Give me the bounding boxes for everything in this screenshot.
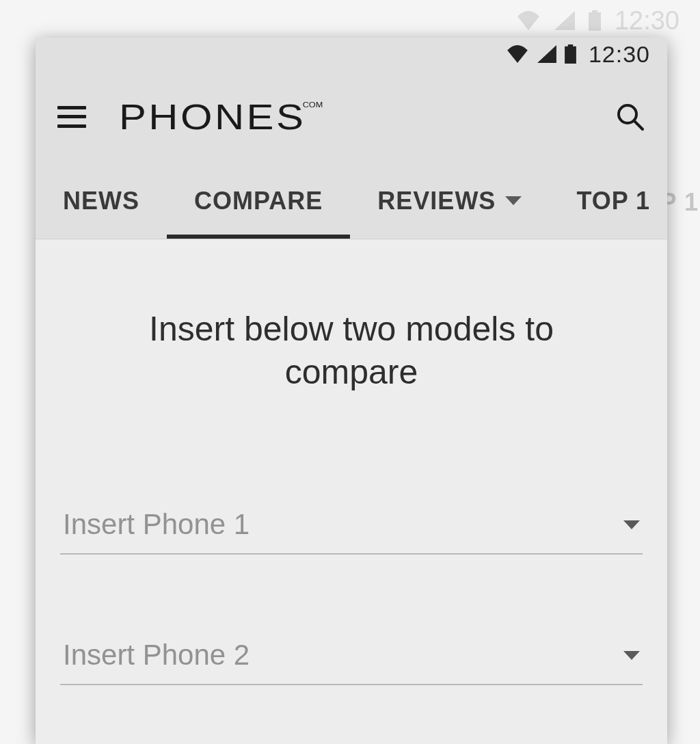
chevron-down-icon <box>505 196 522 205</box>
wifi-icon <box>506 45 529 63</box>
battery-icon-ghost <box>589 10 601 31</box>
compare-heading: Insert below two models to compare <box>60 308 643 393</box>
battery-icon <box>565 44 576 64</box>
ghost-background: 12:30 <box>0 0 700 41</box>
status-bar: 12:30 <box>36 38 667 70</box>
phone-2-select[interactable]: Insert Phone 2 <box>60 626 643 685</box>
svg-rect-0 <box>589 12 601 31</box>
chevron-down-icon <box>623 651 640 660</box>
tab-label: NEWS <box>63 187 139 215</box>
phone-2-placeholder: Insert Phone 2 <box>63 639 250 672</box>
chevron-down-icon <box>623 520 640 529</box>
app-bar: PHONESCOM <box>36 70 667 163</box>
svg-rect-2 <box>565 46 576 64</box>
tab-news[interactable]: NEWS <box>36 163 167 239</box>
status-icons <box>506 44 576 64</box>
cell-signal-icon-ghost <box>554 11 575 30</box>
tab-label: COMPARE <box>194 187 323 215</box>
svg-rect-3 <box>568 44 573 47</box>
app-title-suffix: COM <box>303 101 323 109</box>
wifi-icon-ghost <box>516 11 541 30</box>
status-time: 12:30 <box>589 41 650 68</box>
cell-signal-icon <box>537 45 556 63</box>
tab-label: REVIEWS <box>377 187 496 215</box>
hamburger-menu-icon[interactable] <box>57 106 86 128</box>
status-time-ghost: 12:30 <box>615 6 679 36</box>
tab-bar: NEWS COMPARE REVIEWS TOP 1 <box>36 163 667 239</box>
svg-rect-1 <box>592 10 597 13</box>
compare-content: Insert below two models to compare Inser… <box>36 239 667 744</box>
app-title-main: PHONES <box>119 97 306 137</box>
app-container: 12:30 PHONESCOM NEWS COMPARE REVIEWS <box>36 38 667 744</box>
app-title: PHONESCOM <box>119 96 667 137</box>
tab-label: TOP 1 <box>576 187 650 215</box>
tab-reviews[interactable]: REVIEWS <box>350 163 549 239</box>
phone-1-select[interactable]: Insert Phone 1 <box>60 496 643 555</box>
tab-compare[interactable]: COMPARE <box>167 163 350 239</box>
phone-1-placeholder: Insert Phone 1 <box>63 508 250 541</box>
tab-top[interactable]: TOP 1 <box>549 163 667 239</box>
